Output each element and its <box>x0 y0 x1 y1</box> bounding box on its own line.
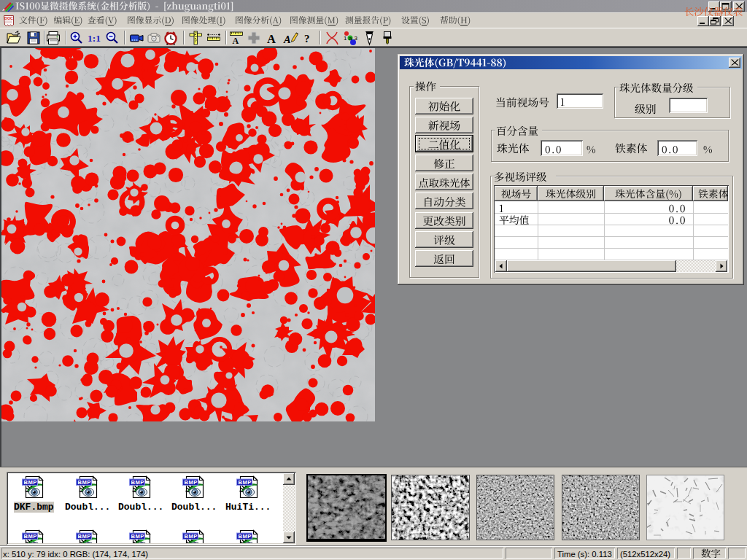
svg-text:1:1: 1:1 <box>88 33 101 44</box>
svg-text:BMP: BMP <box>239 533 252 540</box>
svg-text:A: A <box>233 36 239 46</box>
svg-text:BMP: BMP <box>185 533 198 540</box>
svg-text:BMP: BMP <box>78 479 91 486</box>
svg-text:BMP: BMP <box>24 479 37 486</box>
svg-text:1: 1 <box>344 35 347 42</box>
svg-text:BMP: BMP <box>239 479 252 486</box>
svg-text:BMP: BMP <box>131 479 144 486</box>
svg-text:BMP: BMP <box>24 533 37 540</box>
svg-text:3: 3 <box>355 35 358 42</box>
svg-text:?: ? <box>304 33 310 44</box>
svg-text:DOC: DOC <box>4 16 13 20</box>
svg-text:BMP: BMP <box>78 533 91 540</box>
svg-text:a: a <box>349 35 352 42</box>
svg-text:A: A <box>267 32 276 46</box>
svg-text:BMP: BMP <box>131 533 144 540</box>
svg-text:BMP: BMP <box>185 479 198 486</box>
svg-text:A: A <box>283 34 291 45</box>
